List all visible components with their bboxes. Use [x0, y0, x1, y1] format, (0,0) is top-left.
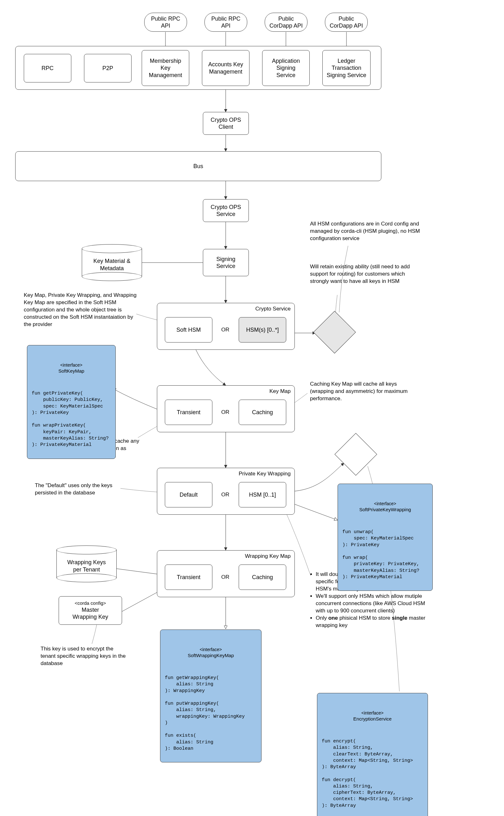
node-accounts-key-mgmt: Accounts KeyManagement — [202, 50, 249, 86]
node-master-wrapping-key: <corda config> MasterWrapping Key — [59, 596, 122, 625]
label: PublicCorDapp API — [269, 15, 303, 29]
node-app-signing-service: ApplicationSigningService — [262, 50, 310, 86]
label: Transient — [177, 409, 200, 416]
bullet-3: Only one phisical HSM to store single ma… — [316, 615, 430, 629]
iface-code: fun getPrivateKey( publicKey: PublicKey,… — [32, 390, 111, 448]
group-label: Key Map — [269, 388, 291, 394]
iface-soft-key-map: <interface> SoftKeyMap fun getPrivateKey… — [27, 345, 116, 459]
pill-public-rpc-2: Public RPCAPI — [204, 13, 247, 32]
label: MembershipKeyManagement — [149, 57, 182, 79]
label: Caching — [252, 574, 273, 581]
group-label: Crypto Service — [255, 306, 291, 312]
label: Wrapping Keysper Tenant — [56, 559, 117, 573]
iface-soft-wrapping-key-map: <interface> SoftWrappingKeyMap fun getWr… — [160, 630, 262, 762]
iface-code: fun encrypt( alias: String, clearText: B… — [322, 738, 423, 809]
node-soft-hsm: Soft HSM — [165, 317, 212, 342]
diamond-hsm — [313, 311, 356, 353]
label: MasterWrapping Key — [73, 606, 108, 621]
pill-public-cordapp-1: PublicCorDapp API — [265, 13, 307, 32]
svg-line-15 — [122, 593, 157, 612]
node-ledger-tx-signing: LedgerTransactionSigning Service — [322, 50, 371, 86]
node-membership-key-mgmt: MembershipKeyManagement — [142, 50, 189, 86]
iface-name: EncryptionService — [322, 716, 423, 722]
label: Accounts KeyManagement — [208, 61, 243, 75]
node-pkw-hsm: HSM [0..1] — [239, 482, 286, 508]
label: RPC — [42, 65, 54, 72]
node-signing-service: SigningService — [203, 249, 249, 276]
annot-default: The "Default" uses only the keys persist… — [35, 482, 122, 497]
label: Caching — [252, 409, 273, 416]
svg-line-14 — [116, 569, 157, 574]
iface-soft-private-key-wrapping: <interface> SoftPrivateKeyWrapping fun u… — [338, 484, 433, 591]
diamond-pkw — [334, 433, 377, 476]
node-pkw-default: Default — [165, 482, 212, 508]
node-p2p: P2P — [84, 54, 132, 82]
label: Transient — [177, 574, 200, 581]
cylinder-wrapping-keys: Wrapping Keysper Tenant — [56, 546, 117, 582]
group-label: Wrapping Key Map — [245, 553, 291, 560]
or-label: OR — [221, 492, 229, 498]
stereotype: <interface> — [322, 710, 423, 716]
label: SigningService — [216, 256, 235, 270]
node-bus: Bus — [15, 151, 381, 181]
stereotype: <corda config> — [74, 600, 106, 606]
label: Bus — [193, 163, 203, 170]
annot-hsm-config: All HSM configurations are in Cord confi… — [310, 220, 437, 242]
iface-name: SoftWrappingKeyMap — [165, 652, 257, 659]
node-crypto-ops-client: Crypto OPSClient — [203, 112, 249, 135]
iface-name: SoftKeyMap — [32, 368, 111, 374]
annot-retain: Will retain existing ability (still need… — [310, 263, 415, 285]
stereotype: <interface> — [32, 362, 111, 368]
annot-master-key: This key is used to encrypt the tenant s… — [41, 645, 129, 667]
label: ApplicationSigningService — [272, 57, 300, 79]
label: HSM(s) [0..*] — [246, 326, 279, 333]
label: PublicCorDapp API — [330, 15, 363, 29]
iface-code: fun unwrap( spec: KeyMaterialSpec): Priv… — [342, 529, 428, 580]
label: Default — [179, 491, 197, 499]
stereotype: <interface> — [342, 501, 428, 507]
node-wkm-transient: Transient — [165, 565, 212, 590]
annot-soft-hsm-cfg: Key Map, Private Key Wrapping, and Wrapp… — [24, 292, 138, 328]
label: Key Material &Metadata — [82, 257, 142, 272]
node-hsms: HSM(s) [0..*] — [239, 317, 286, 342]
label: Soft HSM — [176, 326, 201, 333]
pill-public-rpc-1: Public RPCAPI — [144, 13, 187, 32]
node-crypto-ops-service: Crypto OPSService — [203, 199, 249, 222]
or-label: OR — [221, 574, 229, 580]
pill-public-cordapp-2: PublicCorDapp API — [325, 13, 368, 32]
iface-name: SoftPrivateKeyWrapping — [342, 507, 428, 513]
node-keymap-transient: Transient — [165, 399, 212, 425]
node-keymap-caching: Caching — [239, 399, 286, 425]
label: HSM [0..1] — [249, 491, 276, 499]
node-rpc: RPC — [24, 54, 71, 82]
label: Public RPCAPI — [151, 15, 180, 29]
or-label: OR — [221, 327, 229, 333]
label: P2P — [102, 65, 113, 72]
label: LedgerTransactionSigning Service — [326, 57, 366, 79]
iface-encryption-service: <interface> EncryptionService fun encryp… — [317, 693, 428, 816]
label: Public RPCAPI — [211, 15, 240, 29]
stereotype: <interface> — [165, 647, 257, 653]
cylinder-key-material: Key Material &Metadata — [82, 244, 142, 281]
label: Crypto OPSService — [210, 204, 241, 218]
node-wkm-caching: Caching — [239, 565, 286, 590]
or-label: OR — [221, 409, 229, 416]
annot-caching-keymap: Caching Key Map will cache all keys (wra… — [310, 380, 408, 402]
group-label: Private Key Wrapping — [239, 471, 291, 477]
label: Crypto OPSClient — [210, 116, 241, 131]
bullet-2: We'll support only HSMs which allow muti… — [316, 593, 430, 615]
iface-code: fun getWrappingKey( alias: String): Wrap… — [165, 675, 257, 752]
